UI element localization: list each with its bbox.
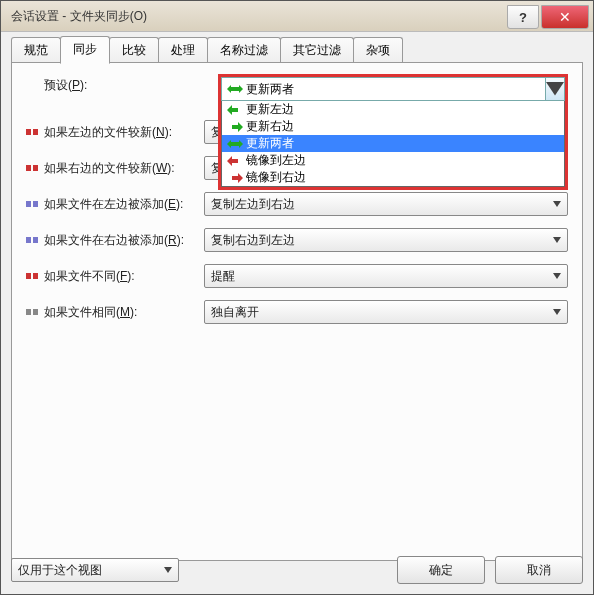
- ok-button[interactable]: 确定: [397, 556, 485, 584]
- combo-value: 仅用于这个视图: [18, 562, 102, 579]
- tab-spec[interactable]: 规范: [11, 37, 61, 63]
- preset-option[interactable]: 更新右边: [222, 118, 564, 135]
- tab-compare[interactable]: 比较: [109, 37, 159, 63]
- marker-icon: [26, 309, 38, 315]
- chevron-down-icon: [549, 195, 565, 213]
- chevron-down-icon: [549, 231, 565, 249]
- preset-option[interactable]: 镜像到左边: [222, 152, 564, 169]
- combo-value: 复制左边到右边: [211, 196, 295, 213]
- preset-option-label: 镜像到左边: [246, 152, 306, 169]
- combo-diff[interactable]: 提醒: [204, 264, 568, 288]
- preset-selected-text: 更新两者: [246, 81, 294, 98]
- preset-option[interactable]: 更新左边: [222, 101, 564, 118]
- preset-option[interactable]: 镜像到右边: [222, 169, 564, 186]
- label-newer-left: 如果左边的文件较新(N):: [44, 124, 204, 141]
- preset-select[interactable]: 更新两者: [221, 77, 565, 101]
- tab-panel: 更新两者 更新左边 更新右边 更新两者: [11, 63, 583, 561]
- window-title: 会话设置 - 文件夹同步(O): [11, 8, 505, 25]
- tab-misc[interactable]: 杂项: [353, 37, 403, 63]
- arrows-both-icon: [226, 84, 244, 94]
- cancel-button[interactable]: 取消: [495, 556, 583, 584]
- titlebar: 会话设置 - 文件夹同步(O) ? ✕: [1, 1, 593, 32]
- marker-icon: [26, 165, 38, 171]
- label-added-left: 如果文件在左边被添加(E):: [44, 196, 204, 213]
- row-added-left: 如果文件在左边被添加(E): 复制左边到右边: [26, 192, 568, 216]
- tab-other-filter[interactable]: 其它过滤: [280, 37, 354, 63]
- tab-name-filter[interactable]: 名称过滤: [207, 37, 281, 63]
- preset-option-label: 更新左边: [246, 101, 294, 118]
- row-added-right: 如果文件在右边被添加(R): 复制右边到左边: [26, 228, 568, 252]
- row-diff: 如果文件不同(F): 提醒: [26, 264, 568, 288]
- combo-added-left[interactable]: 复制左边到右边: [204, 192, 568, 216]
- combo-value: 复制右边到左边: [211, 232, 295, 249]
- combo-added-right[interactable]: 复制右边到左边: [204, 228, 568, 252]
- chevron-down-icon: [549, 303, 565, 321]
- arrows-right-icon: [226, 122, 244, 132]
- marker-icon: [26, 201, 38, 207]
- label-newer-right: 如果右边的文件较新(W):: [44, 160, 204, 177]
- marker-icon: [26, 273, 38, 279]
- chevron-down-icon: [549, 267, 565, 285]
- chevron-down-icon: [160, 561, 176, 579]
- dialog-body: 规范 同步 比较 处理 名称过滤 其它过滤 杂项 更新两者 更新左边: [1, 31, 593, 594]
- preset-option[interactable]: 更新两者: [222, 135, 564, 152]
- label-diff: 如果文件不同(F):: [44, 268, 204, 285]
- mirror-left-icon: [226, 156, 244, 166]
- scope-select[interactable]: 仅用于这个视图: [11, 558, 179, 582]
- label-added-right: 如果文件在右边被添加(R):: [44, 232, 204, 249]
- mirror-right-icon: [226, 173, 244, 183]
- arrows-both-icon: [226, 139, 244, 149]
- preset-option-label: 镜像到右边: [246, 169, 306, 186]
- dialog-window: 会话设置 - 文件夹同步(O) ? ✕ 规范 同步 比较 处理 名称过滤 其它过…: [0, 0, 594, 595]
- preset-dropdown-open: 更新两者 更新左边 更新右边 更新两者: [218, 74, 568, 190]
- dialog-footer: 仅用于这个视图 确定 取消: [11, 556, 583, 584]
- chevron-down-icon[interactable]: [545, 78, 564, 100]
- preset-option-label: 更新右边: [246, 118, 294, 135]
- tab-handle[interactable]: 处理: [158, 37, 208, 63]
- marker-icon: [26, 237, 38, 243]
- arrows-left-icon: [226, 105, 244, 115]
- row-same: 如果文件相同(M): 独自离开: [26, 300, 568, 324]
- preset-option-label: 更新两者: [246, 135, 294, 152]
- label-preset: 预设(P):: [44, 77, 204, 94]
- preset-option-list: 更新左边 更新右边 更新两者 镜像到左边: [221, 101, 565, 187]
- label-same: 如果文件相同(M):: [44, 304, 204, 321]
- tab-sync[interactable]: 同步: [60, 36, 110, 64]
- close-button[interactable]: ✕: [541, 5, 589, 29]
- marker-icon: [26, 129, 38, 135]
- help-button[interactable]: ?: [507, 5, 539, 29]
- combo-value: 独自离开: [211, 304, 259, 321]
- window-buttons: ? ✕: [505, 5, 589, 27]
- combo-same[interactable]: 独自离开: [204, 300, 568, 324]
- tab-strip: 规范 同步 比较 处理 名称过滤 其它过滤 杂项: [11, 39, 583, 63]
- combo-value: 提醒: [211, 268, 235, 285]
